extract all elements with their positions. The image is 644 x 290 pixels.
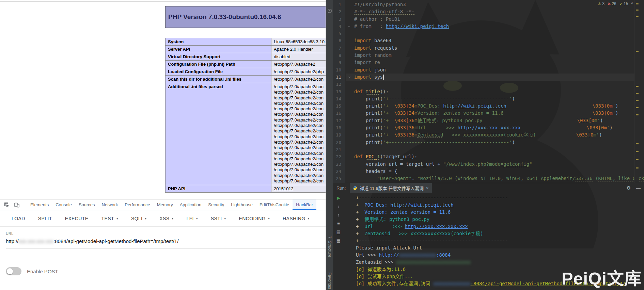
devtools-tab-network[interactable]: Network xyxy=(98,199,122,210)
code-line: import sys xyxy=(354,74,644,81)
project-tool-icon[interactable] xyxy=(328,9,332,13)
console-link[interactable]: :8084 xyxy=(436,252,451,258)
inspect-element-icon[interactable] xyxy=(3,202,10,208)
line-number: 17 xyxy=(333,117,345,124)
phpinfo-row: Loaded Configuration File/etc/php/7.0/ap… xyxy=(166,68,326,76)
close-icon[interactable]: × xyxy=(426,186,429,191)
ini-file-path: /etc/php/7.0/apache2/con xyxy=(274,134,326,140)
error-icon: ✖ xyxy=(608,2,611,6)
code-line: print('+ \033[36mUrl >>> http://xxx.xxx.… xyxy=(354,124,644,131)
ini-file-path: /etc/php/7.0/apache2/con xyxy=(274,101,326,106)
ini-file-path: /etc/php/7.0/apache2/con xyxy=(274,167,326,173)
ini-file-path: /etc/php/7.0/apache2/con xyxy=(274,90,326,95)
line-number: 2 xyxy=(333,8,345,15)
hackbar-button-label: TEST xyxy=(101,216,114,221)
url-link[interactable]: http://xxx.xxx.xxx.xxx xyxy=(457,125,520,130)
ide-pane: 7: Structure Favorites 12345678910111213… xyxy=(326,0,644,290)
hackbar-button-hashing[interactable]: HASHING▾ xyxy=(283,216,310,221)
ini-file-path: /etc/php/7.0/apache2/con xyxy=(274,151,326,156)
hackbar-button-test[interactable]: TEST▾ xyxy=(101,216,118,221)
phpinfo-row-value: /etc/php/7.0/apache2/con/etc/php/7.0/apa… xyxy=(271,83,326,185)
hackbar-button-label: ENCODING xyxy=(239,216,266,221)
line-number: 8 xyxy=(333,52,345,59)
console-link[interactable]: http:// xyxy=(379,252,399,258)
phpinfo-row-label: Scan this dir for additional .ini files xyxy=(166,76,271,83)
console-link[interactable]: :8084/api-getModel-api-getMethod-filePat… xyxy=(471,281,626,286)
run-tab[interactable]: 禅道 11.6版本 任意文件写入漏洞 × xyxy=(350,183,431,193)
print-icon[interactable]: ▤ xyxy=(336,229,341,235)
menu-lines-icon[interactable]: ≡ xyxy=(337,221,340,226)
code-line: print('+--------------------------------… xyxy=(354,95,644,102)
hackbar-button-label: SSTI xyxy=(211,216,222,221)
phpinfo-row: Configuration File (php.ini) Path/etc/ph… xyxy=(166,61,326,68)
hackbar-toolbar: LOADSPLITEXECUTETEST▾SQLI▾XSS▾LFI▾SSTI▾E… xyxy=(0,210,326,227)
enable-post-toggle[interactable] xyxy=(6,267,21,275)
code-line: # author : PeiQi xyxy=(354,16,644,23)
structure-tool-button[interactable]: 7: Structure xyxy=(327,236,332,257)
devtools-tab-security[interactable]: Security xyxy=(205,199,227,210)
inspection-warning[interactable]: ⚠3 xyxy=(598,1,605,6)
devtools-tab-application[interactable]: Application xyxy=(176,199,205,210)
devtools-tab-lighthouse[interactable]: Lighthouse xyxy=(227,199,256,210)
console-link[interactable]: http://wiki.peiqi.tech xyxy=(390,202,453,208)
arrow-up-icon[interactable]: ↑ xyxy=(337,212,340,218)
console-line: + Version: zentao version = 11.6 xyxy=(356,209,626,216)
analysis-mark xyxy=(636,159,639,160)
phpinfo-row-value: Apache 2.0 Handler xyxy=(271,46,326,53)
redacted-text: xxxxxxxxxxxxx xyxy=(399,252,436,258)
inspection-error[interactable]: ✖26 xyxy=(608,1,616,6)
devtools-tab-performance[interactable]: Performance xyxy=(121,199,153,210)
hackbar-button-xss[interactable]: XSS▾ xyxy=(159,216,173,221)
play-icon[interactable]: ▶ xyxy=(337,195,340,200)
hackbar-button-lfi[interactable]: LFI▾ xyxy=(186,216,198,221)
run-console[interactable]: +---------------------------------------… xyxy=(356,194,626,287)
url-path: :8084/api-getModel-api-getMethod-filePat… xyxy=(53,238,178,244)
code-line: print('+ \033[36m使用格式: python3 poc.py \0… xyxy=(354,117,644,124)
phpinfo-row: Server APIApache 2.0 Handler xyxy=(166,46,326,53)
favorites-tool-button[interactable]: Favorites xyxy=(327,272,332,289)
url-divider xyxy=(6,248,326,249)
code-editor[interactable]: 1234567891011121314151617181920212223242… xyxy=(333,0,639,183)
line-number: 14 xyxy=(333,95,345,102)
devtools-tab-sources[interactable]: Sources xyxy=(75,199,98,210)
hackbar-button-ssti[interactable]: SSTI▾ xyxy=(211,216,226,221)
hackbar-button-split[interactable]: SPLIT xyxy=(38,216,52,221)
inspection-count: 15 xyxy=(624,1,628,6)
line-number: 20 xyxy=(333,139,345,146)
chevron-down-icon: ▾ xyxy=(116,217,118,220)
line-number: 15 xyxy=(333,102,345,110)
url-input[interactable]: http://xxx.xxx.xxx.xxx:8084/api-getModel… xyxy=(6,238,326,244)
gear-icon[interactable]: ⚙ xyxy=(626,185,631,191)
analysis-mark xyxy=(636,10,639,11)
devtools-tab-editthiscookie[interactable]: EditThisCookie xyxy=(256,199,293,210)
phpinfo-row-value: Linux 68c6593dec88 3.10.0 xyxy=(271,38,326,46)
devtools-tab-console[interactable]: Console xyxy=(52,199,75,210)
chevron-down-icon: ▾ xyxy=(172,217,174,220)
console-link[interactable]: http://xxx.xxx.xxx.xxx xyxy=(405,224,468,229)
url-link[interactable]: http://wiki.peiqi.tech xyxy=(443,103,506,109)
phpinfo-row: Scan this dir for additional .ini files/… xyxy=(166,76,326,83)
code-line xyxy=(354,146,644,153)
fold-chevron-icon[interactable] xyxy=(348,25,350,27)
url-link[interactable]: http://wiki.peiqi.tech xyxy=(386,23,449,29)
phpinfo-row-value: 20151012 xyxy=(271,185,326,193)
console-line: + POC_Des: http://wiki.peiqi.tech xyxy=(356,202,626,209)
hackbar-button-sqli[interactable]: SQLI▾ xyxy=(131,216,146,221)
arrow-down-icon[interactable]: ↓ xyxy=(337,204,340,209)
device-toolbar-icon[interactable] xyxy=(13,202,20,208)
toolbar-divider xyxy=(24,202,24,208)
chevron-up-icon[interactable]: ^ xyxy=(631,1,633,6)
hackbar-button-load[interactable]: LOAD xyxy=(12,216,25,221)
line-number: 13 xyxy=(333,88,345,95)
inspection-typo[interactable]: ✔15 xyxy=(619,1,628,6)
grid-icon[interactable]: ▦ xyxy=(336,238,341,243)
devtools-tab-elements[interactable]: Elements xyxy=(27,199,52,210)
hackbar-button-encoding[interactable]: ENCODING▾ xyxy=(239,216,270,221)
hackbar-button-execute[interactable]: EXECUTE xyxy=(65,216,89,221)
chevron-down-icon: ▾ xyxy=(268,217,270,220)
minimize-icon[interactable]: — xyxy=(636,185,641,191)
devtools-tab-hackbar[interactable]: HackBar xyxy=(293,199,316,210)
devtools-tab-memory[interactable]: Memory xyxy=(154,199,176,210)
chevron-down-icon: ▾ xyxy=(308,217,310,220)
line-number: 18 xyxy=(333,124,345,131)
